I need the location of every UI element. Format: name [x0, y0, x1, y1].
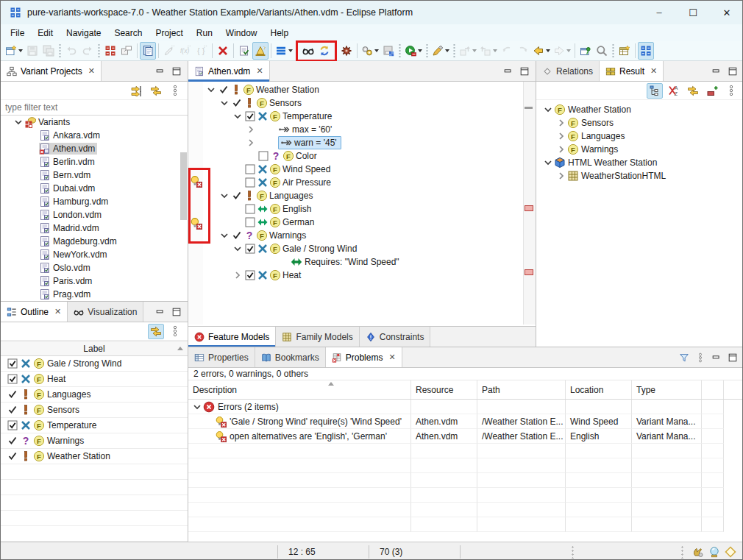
feature-row-languages[interactable]: FLanguages — [203, 189, 522, 202]
problems-error-row[interactable]: 'Gale / Strong Wind' require(s) 'Wind Sp… — [188, 414, 743, 429]
tree-item-dubai-vdm[interactable]: Dubai.vdm — [1, 182, 188, 195]
chevron-right-icon[interactable] — [244, 137, 257, 149]
maximize-button[interactable]: ☐ — [676, 1, 710, 24]
delete-button[interactable] — [215, 42, 231, 60]
problems-group-row[interactable]: Errors (2 items) — [188, 400, 743, 414]
close-view-icon[interactable]: ✕ — [650, 66, 657, 76]
forward-button[interactable] — [552, 42, 572, 60]
minimize-icon[interactable] — [711, 352, 722, 363]
update-button[interactable] — [478, 42, 499, 60]
dropdown-caret-icon[interactable] — [566, 49, 571, 52]
close-view-icon[interactable]: ✕ — [54, 307, 61, 316]
maximize-view-icon[interactable] — [171, 66, 182, 77]
view-menu-icon[interactable] — [695, 352, 705, 363]
reevaluate-model-button[interactable] — [316, 42, 333, 60]
compare-views-button[interactable] — [140, 42, 156, 60]
minimize-icon[interactable] — [711, 66, 722, 77]
sync-variants-button[interactable] — [148, 324, 164, 339]
column-header-description[interactable]: Description — [188, 380, 411, 399]
new-feature-button[interactable] — [161, 42, 177, 60]
maximize-icon[interactable] — [728, 352, 738, 363]
forward-history-button[interactable] — [515, 42, 531, 60]
back-history-button[interactable] — [499, 42, 515, 60]
overview-error-marker[interactable] — [525, 205, 533, 211]
vertical-scrollbar[interactable] — [180, 152, 187, 220]
menu-project[interactable]: Project — [149, 26, 189, 40]
checkbox-unchecked[interactable] — [243, 163, 256, 175]
column-header-type[interactable]: Type — [632, 380, 702, 399]
validate-model-button[interactable] — [236, 42, 252, 60]
tab-variant-projects[interactable]: Variant Projects ✕ — [1, 61, 102, 81]
chevron-down-icon[interactable] — [218, 190, 230, 202]
tab-problems[interactable]: Problems✕ — [326, 347, 402, 367]
close-editor-icon[interactable]: ✕ — [256, 66, 263, 76]
maximize-icon[interactable] — [171, 307, 182, 317]
tree-item-variants-root[interactable]: Variants — [1, 116, 188, 129]
tree-item-london-vdm[interactable]: London.vdm — [1, 208, 188, 221]
checkbox-unchecked[interactable] — [243, 177, 256, 188]
feature-row-requires-wind-speed[interactable]: Requires: "Wind Speed" — [203, 255, 522, 269]
dropdown-caret-icon[interactable] — [472, 49, 477, 52]
link-with-editor-button[interactable] — [129, 83, 145, 99]
tab-family-models[interactable]: Family Models — [276, 327, 359, 347]
commit-button[interactable] — [458, 42, 478, 60]
tree-mode-button[interactable] — [647, 83, 663, 99]
run-button[interactable] — [403, 42, 424, 60]
checkbox-checked[interactable] — [243, 243, 256, 255]
sync-variants-button[interactable] — [148, 83, 164, 99]
pv-model-grid-button[interactable] — [102, 42, 118, 60]
view-menu-button[interactable] — [167, 83, 183, 99]
column-header-path[interactable]: Path — [477, 380, 566, 399]
outline-row[interactable]: FGale / Strong Wind — [1, 356, 188, 372]
feature-row-heat[interactable]: FHeat — [203, 269, 522, 282]
maximize-editor-icon[interactable] — [519, 66, 530, 77]
minimize-button[interactable]: ─ — [642, 1, 676, 24]
tab-athen-vdm[interactable]: Athen.vdm ✕ — [188, 61, 270, 81]
tree-item-paris-vdm[interactable]: Paris.vdm — [1, 274, 188, 288]
dropdown-caret-icon[interactable] — [418, 49, 422, 52]
outline-row[interactable]: FHeat — [1, 372, 188, 387]
filter-icon[interactable] — [679, 352, 689, 363]
feature-row-warnings[interactable]: ?FWarnings — [203, 229, 522, 242]
layout-editors-button[interactable] — [118, 42, 135, 60]
feature-row-german[interactable]: FGerman — [203, 216, 522, 229]
configuration-button[interactable] — [338, 42, 355, 60]
checkbox-unchecked[interactable] — [243, 216, 256, 228]
redo-button[interactable] — [79, 42, 96, 60]
checkbox-unchecked[interactable] — [257, 150, 269, 162]
new-relation-button[interactable]: { } — [193, 42, 210, 60]
overview-error-marker[interactable] — [525, 269, 533, 275]
column-header-resource[interactable]: Resource — [411, 380, 477, 399]
search-button[interactable] — [594, 42, 610, 60]
dropdown-caret-icon[interactable] — [546, 49, 550, 52]
close-view-icon[interactable]: ✕ — [88, 66, 95, 76]
tab-visualization[interactable]: Visualization — [68, 302, 143, 322]
result-item-html-weather-station[interactable]: HTML Weather Station — [536, 156, 743, 169]
outline-row[interactable]: FLanguages — [1, 387, 188, 403]
tab-constraints[interactable]: Constraints — [360, 327, 431, 347]
column-header-location[interactable]: Location — [566, 380, 632, 399]
feature-row-wind-speed[interactable]: FWind Speed — [203, 163, 522, 176]
sync-result-button[interactable] — [685, 83, 701, 99]
minimize-editor-icon[interactable] — [503, 66, 513, 77]
pin-editor-button[interactable] — [577, 42, 594, 60]
close-view-icon[interactable]: ✕ — [388, 352, 395, 362]
dropdown-caret-icon[interactable] — [445, 49, 449, 52]
tree-item-magdeburg-vdm[interactable]: Magdeburg.vdm — [1, 235, 188, 248]
new-wizard-button[interactable] — [4, 42, 24, 60]
tab-outline[interactable]: Outline✕ — [1, 302, 68, 322]
menu-edit[interactable]: Edit — [31, 26, 60, 40]
maximize-icon[interactable] — [728, 66, 738, 77]
menu-search[interactable]: Search — [107, 26, 149, 40]
layout-menu-button[interactable] — [274, 42, 294, 60]
tree-item-bern-vdm[interactable]: Bern.vdm — [1, 169, 188, 182]
minimize-icon[interactable] — [155, 307, 166, 317]
tree-item-berlin-vdm[interactable]: Berlin.vdm — [1, 155, 188, 169]
dropdown-caret-icon[interactable] — [493, 49, 497, 52]
tab-result[interactable]: Result✕ — [600, 61, 664, 81]
view-menu-button[interactable] — [167, 324, 183, 339]
new-attribute-button[interactable]: f(x) — [177, 42, 193, 60]
tab-relations[interactable]: Relations — [536, 61, 600, 81]
save-transform-button[interactable] — [380, 42, 397, 60]
crystal-ball-icon[interactable] — [708, 546, 720, 558]
